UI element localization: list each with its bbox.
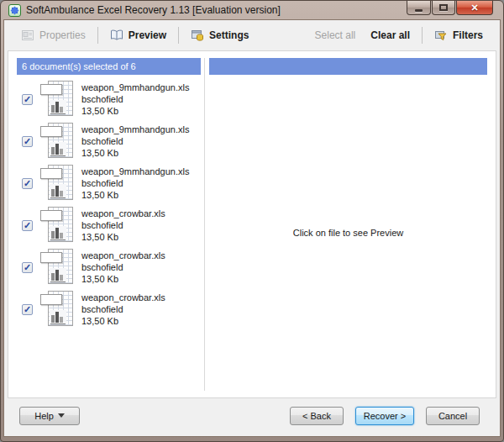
main-content: 6 document(s) selected of 6 ✓ weapon_9mm… <box>8 50 496 398</box>
excel-file-icon <box>39 290 75 329</box>
preview-placeholder: Click on file to see Preview <box>293 228 403 238</box>
excel-file-icon <box>39 122 75 160</box>
file-meta: weapon_crowbar.xls bschofield 13,50 Kb <box>81 208 165 243</box>
file-checkbox[interactable]: ✓ <box>22 262 33 273</box>
file-checkbox[interactable]: ✓ <box>22 304 33 315</box>
file-list-panel: 6 document(s) selected of 6 ✓ weapon_9mm… <box>17 58 201 391</box>
filters-icon <box>434 29 448 42</box>
file-checkbox[interactable]: ✓ <box>22 178 33 189</box>
excel-file-icon <box>39 248 75 287</box>
excel-file-icon <box>39 164 75 203</box>
cancel-label: Cancel <box>438 411 467 421</box>
file-name: weapon_crowbar.xls <box>81 250 165 261</box>
filters-label: Filters <box>453 29 483 41</box>
file-name: weapon_9mmhandgun.xls <box>81 124 189 135</box>
preview-panel: Click on file to see Preview <box>209 58 487 391</box>
file-name: weapon_9mmhandgun.xls <box>81 82 189 93</box>
file-list: ✓ weapon_9mmhandgun.xls bschofield 13,50… <box>17 78 201 330</box>
help-label: Help <box>34 411 54 421</box>
back-button[interactable]: < Back <box>290 407 344 425</box>
file-meta: weapon_9mmhandgun.xls bschofield 13,50 K… <box>81 82 189 117</box>
file-list-item[interactable]: ✓ weapon_crowbar.xls bschofield 13,50 Kb <box>17 288 201 330</box>
select-all-label: Select all <box>315 29 356 41</box>
file-size: 13,50 Kb <box>81 105 189 117</box>
file-list-item[interactable]: ✓ weapon_9mmhandgun.xls bschofield 13,50… <box>17 78 201 120</box>
file-meta: weapon_9mmhandgun.xls bschofield 13,50 K… <box>81 124 189 159</box>
filters-button[interactable]: Filters <box>429 25 488 45</box>
file-owner: bschofield <box>81 93 189 105</box>
file-list-item[interactable]: ✓ weapon_crowbar.xls bschofield 13,50 Kb <box>17 204 201 246</box>
file-size: 13,50 Kb <box>81 189 189 201</box>
file-checkbox[interactable]: ✓ <box>22 94 33 105</box>
preview-label: Preview <box>129 29 166 41</box>
minimize-icon <box>415 9 423 12</box>
settings-button[interactable]: Settings <box>186 25 254 45</box>
file-list-item[interactable]: ✓ weapon_9mmhandgun.xls bschofield 13,50… <box>17 162 201 204</box>
file-owner: bschofield <box>81 219 165 231</box>
maximize-button[interactable] <box>432 1 455 15</box>
chevron-down-icon <box>58 413 65 418</box>
window-controls: ✕ <box>406 1 493 15</box>
file-list-item[interactable]: ✓ weapon_9mmhandgun.xls bschofield 13,50… <box>17 120 201 162</box>
preview-body: Click on file to see Preview <box>209 75 487 391</box>
toolbar-separator <box>178 27 179 44</box>
file-checkbox[interactable]: ✓ <box>22 220 33 231</box>
file-owner: bschofield <box>81 177 189 189</box>
file-owner: bschofield <box>81 303 165 315</box>
back-label: < Back <box>302 411 331 421</box>
file-list-header: 6 document(s) selected of 6 <box>17 58 201 75</box>
clear-all-button[interactable]: Clear all <box>365 26 415 45</box>
recover-button[interactable]: Recover > <box>355 407 414 425</box>
file-size: 13,50 Kb <box>81 147 189 159</box>
app-icon <box>8 4 21 17</box>
file-size: 13,50 Kb <box>81 231 165 243</box>
file-owner: bschofield <box>81 261 165 273</box>
properties-button: Properties <box>16 25 91 45</box>
properties-label: Properties <box>39 29 86 41</box>
file-list-item[interactable]: ✓ weapon_crowbar.xls bschofield 13,50 Kb <box>17 246 201 288</box>
properties-icon <box>21 29 34 42</box>
close-button[interactable]: ✕ <box>456 1 493 15</box>
file-checkbox[interactable]: ✓ <box>22 136 33 147</box>
file-meta: weapon_crowbar.xls bschofield 13,50 Kb <box>81 250 165 285</box>
footer: Help < Back Recover > Cancel <box>4 398 500 436</box>
close-icon: ✕ <box>470 3 478 13</box>
excel-file-icon <box>39 206 75 245</box>
preview-icon <box>110 29 123 42</box>
client-area: Properties Preview Settings <box>3 19 501 437</box>
window-title: SoftAmbulance Excel Recovery 1.13 [Evalu… <box>26 4 281 16</box>
file-name: weapon_crowbar.xls <box>81 292 165 303</box>
toolbar: Properties Preview Settings <box>4 20 500 50</box>
file-name: weapon_crowbar.xls <box>81 208 165 219</box>
settings-label: Settings <box>209 29 249 41</box>
file-size: 13,50 Kb <box>81 273 165 285</box>
clear-all-label: Clear all <box>370 29 410 41</box>
panel-divider <box>204 58 205 391</box>
preview-button[interactable]: Preview <box>105 25 171 45</box>
maximize-icon <box>439 4 448 11</box>
app-window: SoftAmbulance Excel Recovery 1.13 [Evalu… <box>0 0 504 442</box>
file-size: 13,50 Kb <box>81 315 165 327</box>
excel-file-icon <box>39 80 75 118</box>
cancel-button[interactable]: Cancel <box>426 407 480 425</box>
file-meta: weapon_crowbar.xls bschofield 13,50 Kb <box>81 292 165 327</box>
help-button[interactable]: Help <box>19 407 80 425</box>
file-owner: bschofield <box>81 135 189 147</box>
settings-icon <box>191 29 204 42</box>
file-meta: weapon_9mmhandgun.xls bschofield 13,50 K… <box>81 166 189 201</box>
recover-label: Recover > <box>364 411 406 421</box>
preview-panel-header <box>209 58 487 75</box>
select-all-button: Select all <box>310 26 361 45</box>
toolbar-separator <box>422 27 423 44</box>
toolbar-separator <box>97 27 98 44</box>
minimize-button[interactable] <box>407 1 431 15</box>
file-name: weapon_9mmhandgun.xls <box>81 166 189 177</box>
